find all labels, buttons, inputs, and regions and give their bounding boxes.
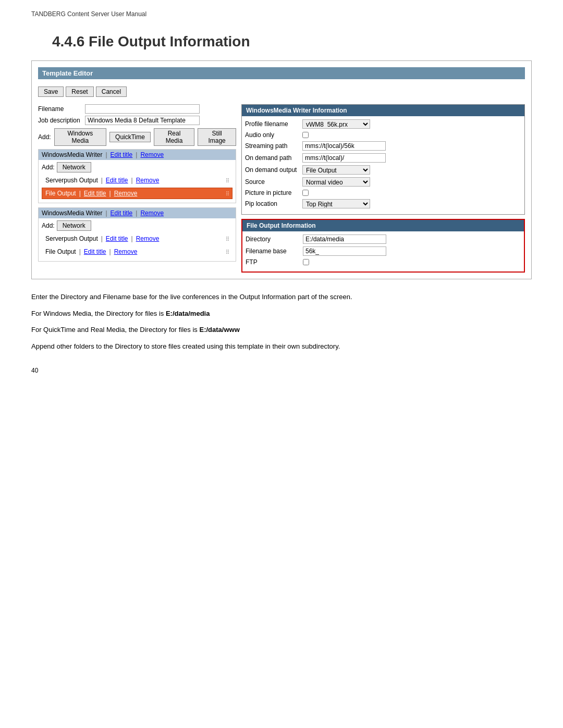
- section-title: 4.4.6 File Output Information: [31, 33, 532, 50]
- filename-input[interactable]: [85, 104, 200, 114]
- reset-button[interactable]: Reset: [66, 87, 93, 97]
- writer-1-add-label: Add:: [42, 164, 55, 171]
- body-para-2-bold: E:/data/media: [166, 310, 210, 317]
- cancel-button[interactable]: Cancel: [96, 87, 127, 97]
- add-still-image-button[interactable]: Still Image: [198, 128, 236, 146]
- add-quicktime-button[interactable]: QuickTime: [109, 132, 151, 142]
- picture-in-picture-row: Picture in picture: [245, 189, 521, 196]
- pip-location-select[interactable]: Top Right: [302, 199, 370, 208]
- on-demand-path-row: On demand path: [245, 153, 521, 163]
- pip-checkbox[interactable]: [302, 190, 309, 196]
- serverpush-output-row-2: Serverpush Output | Edit title | Remove: [42, 233, 232, 244]
- writer-1-edit-title-link[interactable]: Edit title: [111, 151, 133, 158]
- audio-only-label: Audio only: [245, 131, 302, 139]
- source-row: Source Normal video: [245, 177, 521, 187]
- pip-location-label: Pip location: [245, 200, 302, 207]
- audio-only-checkbox[interactable]: [302, 132, 309, 138]
- header-text: TANDBERG Content Server User Manual: [31, 10, 146, 18]
- file-output-row-2: File Output | Edit title | Remove: [42, 246, 232, 257]
- filename-row: Filename: [38, 104, 236, 114]
- body-para-2: For Windows Media, the Directory for fil…: [31, 309, 532, 319]
- file-output-info-box: File Output Information Directory Filena…: [241, 219, 525, 273]
- file-output-edit-title-1[interactable]: Edit title: [84, 190, 106, 197]
- screenshot-container: Template Editor Save Reset Cancel Filena…: [31, 60, 532, 279]
- wmw-info-title: WindowsMedia Writer Information: [246, 107, 347, 114]
- add-windows-media-button[interactable]: Windows Media: [54, 128, 106, 146]
- drag-handle-2a: [226, 237, 229, 241]
- on-demand-output-select[interactable]: File Output: [302, 165, 370, 175]
- add-real-media-button[interactable]: Real Media: [154, 128, 194, 146]
- drag-handle-1b: [226, 191, 229, 195]
- writer-1-title: WindowsMedia Writer: [42, 151, 102, 158]
- section-title-text: 4.4.6 File Output Information: [52, 33, 250, 50]
- profile-filename-label: Profile filename: [245, 120, 302, 128]
- drag-handle-2b: [226, 250, 229, 254]
- writer-2-edit-title-link[interactable]: Edit title: [111, 209, 133, 217]
- job-description-row: Job description: [38, 116, 236, 125]
- serverpush-edit-title-1[interactable]: Edit title: [106, 177, 128, 184]
- on-demand-path-input[interactable]: [302, 153, 386, 163]
- on-demand-output-row: On demand output File Output: [245, 165, 521, 175]
- writer-section-2: WindowsMedia Writer | Edit title | Remov…: [38, 207, 236, 262]
- file-output-info-title: File Output Information: [247, 222, 316, 229]
- profile-filename-select[interactable]: vWM8_56k.prx: [302, 119, 370, 129]
- body-para-3: For QuickTime and Real Media, the Direct…: [31, 325, 532, 335]
- directory-label: Directory: [246, 236, 303, 243]
- serverpush-remove-1[interactable]: Remove: [136, 177, 160, 184]
- writer-1-remove-link[interactable]: Remove: [140, 151, 164, 158]
- content-area: Filename Job description Add: Windows Me…: [38, 104, 525, 273]
- filename-label: Filename: [38, 105, 85, 113]
- add-label: Add:: [38, 133, 51, 141]
- file-output-label-1: File Output: [45, 190, 76, 197]
- streaming-path-input[interactable]: [302, 141, 386, 151]
- drag-handle-1a: [226, 178, 229, 182]
- save-button[interactable]: Save: [38, 87, 64, 97]
- pip-location-row: Pip location Top Right: [245, 199, 521, 208]
- file-output-info-content: Directory Filename base FTP: [242, 231, 524, 272]
- profile-filename-row: Profile filename vWM8_56k.prx: [245, 119, 521, 129]
- wmw-info-header: WindowsMedia Writer Information: [242, 105, 524, 116]
- left-panel: Filename Job description Add: Windows Me…: [38, 104, 236, 273]
- writer-header-1: WindowsMedia Writer | Edit title | Remov…: [39, 150, 236, 160]
- template-editor-title: Template Editor: [42, 69, 93, 77]
- filename-base-input[interactable]: [303, 246, 386, 256]
- body-para-4-text: Append other folders to the Directory to…: [31, 342, 340, 350]
- writer-2-title: WindowsMedia Writer: [42, 209, 102, 217]
- body-para-1-text: Enter the Directory and Filename base fo…: [31, 293, 352, 301]
- wmw-info-box: WindowsMedia Writer Information Profile …: [241, 104, 525, 215]
- writer-header-2: WindowsMedia Writer | Edit title | Remov…: [39, 208, 236, 218]
- body-para-4: Append other folders to the Directory to…: [31, 341, 532, 352]
- source-select[interactable]: Normal video: [302, 177, 370, 187]
- job-description-input[interactable]: [85, 116, 200, 125]
- file-output-edit-title-2[interactable]: Edit title: [84, 248, 106, 255]
- directory-input[interactable]: [303, 235, 386, 244]
- filename-base-label: Filename base: [246, 248, 303, 255]
- writer-2-add-row: Add: Network: [42, 220, 232, 231]
- writer-1-add-row: Add: Network: [42, 162, 232, 172]
- file-output-remove-1[interactable]: Remove: [114, 190, 138, 197]
- file-output-label-2: File Output: [45, 248, 76, 255]
- on-demand-path-label: On demand path: [245, 154, 302, 162]
- audio-only-row: Audio only: [245, 131, 521, 139]
- pip-label: Picture in picture: [245, 189, 302, 196]
- source-label: Source: [245, 178, 302, 186]
- page-number-text: 40: [31, 367, 38, 374]
- serverpush-label-2: Serverpush Output: [45, 235, 98, 242]
- body-para-2-prefix: For Windows Media, the Directory for fil…: [31, 310, 166, 317]
- writer-section-1: WindowsMedia Writer | Edit title | Remov…: [38, 149, 236, 203]
- ftp-checkbox[interactable]: [303, 259, 309, 265]
- writer-2-add-label: Add:: [42, 222, 55, 229]
- serverpush-edit-title-2[interactable]: Edit title: [106, 235, 128, 242]
- body-para-3-bold: E:/data/www: [199, 326, 239, 334]
- serverpush-label-1: Serverpush Output: [45, 177, 98, 184]
- writer-2-remove-link[interactable]: Remove: [140, 209, 164, 217]
- writer-2-add-network-button[interactable]: Network: [57, 220, 91, 231]
- writer-1-add-network-button[interactable]: Network: [57, 162, 91, 172]
- streaming-path-label: Streaming path: [245, 142, 302, 150]
- template-editor-header: Template Editor: [38, 67, 525, 79]
- file-output-remove-2[interactable]: Remove: [114, 248, 138, 255]
- file-output-row-1-active: File Output | Edit title | Remove: [42, 188, 232, 199]
- add-row: Add: Windows Media QuickTime Real Media …: [38, 128, 236, 146]
- body-para-3-prefix: For QuickTime and Real Media, the Direct…: [31, 326, 199, 334]
- serverpush-remove-2[interactable]: Remove: [136, 235, 160, 242]
